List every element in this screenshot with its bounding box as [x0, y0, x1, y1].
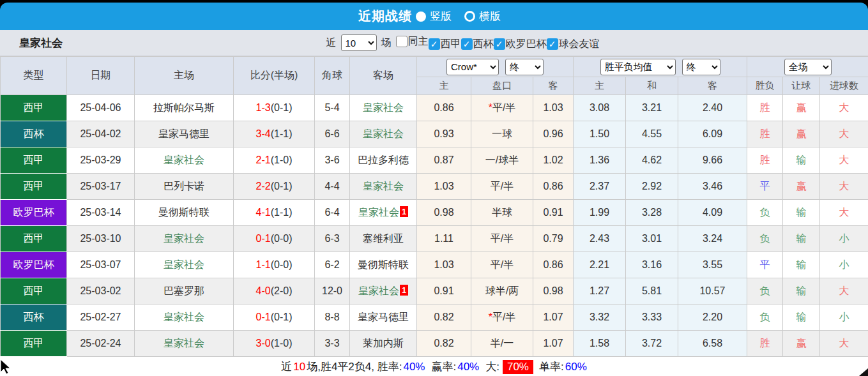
sub-header-handicap-home: 主: [417, 77, 471, 95]
handicap-company-select[interactable]: Crow*: [446, 59, 499, 75]
page-title: 近期战绩: [358, 8, 412, 25]
score-cell: 0-1(0-0): [234, 226, 315, 252]
handicap-result: 赢: [783, 174, 820, 200]
match-date: 25-03-10: [67, 226, 135, 252]
avg-draw-odds: 4.62: [626, 147, 678, 174]
goals-result: 小: [820, 305, 868, 331]
single-rate: 60%: [565, 361, 587, 373]
handicap-result: 输: [783, 278, 820, 305]
col-header-away: 客场: [350, 57, 417, 95]
sub-header-avg-home: 主: [574, 77, 626, 95]
avg-home-odds: 2.37: [574, 174, 626, 200]
competition-type-badge: 西甲: [1, 95, 67, 121]
table-row: 西甲 25-03-02 巴塞罗那 4-0(2-0) 12-0 皇家社会1 0.9…: [1, 278, 868, 305]
handicap-result: 赢: [783, 95, 820, 121]
radio-icon[interactable]: [416, 11, 426, 22]
col-header-date: 日期: [67, 57, 135, 95]
filter-checkbox-item[interactable]: ✓西杯: [461, 38, 494, 51]
avg-draw-odds: 3.16: [626, 252, 678, 278]
checked-checkbox-icon[interactable]: ✓: [429, 38, 440, 50]
handicap-result: 输: [783, 252, 820, 278]
avg-home-odds: 1.27: [574, 278, 626, 305]
goals-result: 大: [820, 278, 868, 305]
red-card-badge: 1: [400, 206, 408, 217]
avg-away-odds: 3.24: [678, 226, 747, 252]
filter-checkbox-label: 西杯: [473, 38, 494, 51]
filter-checkbox-item[interactable]: ✓西甲: [429, 38, 461, 51]
handicap-away-odds: 1.07: [533, 305, 574, 331]
avg-home-odds: 1.99: [574, 200, 626, 226]
sub-header-avg-away: 客: [678, 77, 747, 95]
handicap-time-select[interactable]: 终: [505, 59, 544, 75]
avg-draw-odds: 4.55: [626, 121, 678, 147]
home-team: 巴列卡诺: [135, 174, 234, 200]
handicap-line: 半球: [471, 200, 533, 226]
checked-checkbox-icon[interactable]: ✓: [547, 38, 558, 50]
summary-text: 场,胜4平2负4, 胜率:: [307, 359, 402, 374]
avg-away-odds: 3.46: [678, 174, 747, 200]
competition-type-badge: 欧罗巴杯: [1, 200, 67, 226]
avg-draw-odds: 5.81: [626, 278, 678, 305]
handicap-home-odds: 0.93: [417, 121, 471, 147]
goals-result: 小: [820, 252, 868, 278]
avg-away-odds: 3.55: [678, 252, 747, 278]
summary-footer: 近10场,胜4平2负4, 胜率:40% 赢率:40% 大:70% 单率:60%: [0, 357, 868, 376]
win-lose-result: 负: [747, 200, 783, 226]
layout-option-vertical[interactable]: 竖版: [416, 9, 452, 24]
avg-time-select[interactable]: 终: [682, 59, 720, 75]
goals-result: 大: [820, 174, 868, 200]
goals-result: 大: [820, 121, 868, 147]
unchecked-checkbox-icon[interactable]: [396, 36, 407, 47]
goals-result: 大: [820, 147, 868, 174]
score-cell: 4-0(2-0): [234, 278, 315, 305]
corners-cell: 3-6: [315, 147, 350, 174]
win-rate: 40%: [403, 361, 425, 373]
handicap-away-odds: 1.07: [533, 331, 574, 357]
avg-draw-odds: 3.28: [626, 200, 678, 226]
checked-checkbox-icon[interactable]: ✓: [461, 38, 473, 50]
filter-checkbox-item[interactable]: ✓球会友谊: [547, 38, 600, 51]
result-group-header: 全场: [747, 57, 868, 77]
col-header-type: 类型: [1, 57, 67, 95]
avg-odds-select[interactable]: 胜平负均值: [600, 59, 676, 75]
away-team: 皇家马德里: [350, 305, 417, 331]
handicap-home-odds: 0.98: [417, 200, 471, 226]
competition-type-badge: 西甲: [1, 331, 67, 357]
layout-option-horizontal[interactable]: 横版: [464, 9, 501, 24]
score-cell: 1-3(0-1): [234, 95, 315, 121]
result-scope-select[interactable]: 全场: [784, 59, 832, 75]
corners-cell: 6-2: [315, 252, 350, 278]
match-date: 25-02-27: [67, 305, 135, 331]
handicap-away-odds: 0.98: [533, 278, 574, 305]
radio-icon[interactable]: [464, 11, 475, 22]
corners-cell: 6-4: [315, 200, 350, 226]
corners-cell: 6-6: [315, 121, 350, 147]
home-team: 皇家社会: [135, 147, 234, 174]
recent-count-select[interactable]: 10: [341, 34, 377, 51]
handicap-away-odds: 1.03: [533, 95, 574, 121]
competition-type-badge: 西甲: [1, 174, 67, 200]
win-lose-result: 胜: [747, 147, 783, 174]
filter-bar: 皇家社会 近 10 场 同主✓西甲✓西杯✓欧罗巴杯✓球会友谊: [0, 30, 868, 56]
home-team: 皇家社会: [135, 252, 234, 278]
filter-checkbox-item[interactable]: 同主: [396, 35, 429, 49]
filter-checkbox-item[interactable]: ✓欧罗巴杯: [494, 38, 547, 51]
home-team: 皇家社会: [135, 331, 234, 357]
avg-away-odds: 6.58: [678, 331, 747, 357]
table-row: 西甲 25-03-29 皇家社会 2-1(1-0) 3-6 巴拉多利德 0.87…: [1, 147, 868, 174]
checked-checkbox-icon[interactable]: ✓: [494, 38, 505, 50]
handicap-home-odds: 1.03: [417, 174, 471, 200]
away-team: 巴拉多利德: [350, 147, 417, 174]
avg-odds-group-header: 胜平负均值 终: [574, 57, 747, 77]
handicap-line: 半/一: [471, 331, 533, 357]
handicap-home-odds: 0.87: [417, 147, 471, 174]
over-rate-badge: 70%: [503, 360, 533, 374]
recent-results-table: 类型 日期 主场 比分(半场) 角球 客场 Crow* 终 胜: [0, 56, 868, 357]
recent-count: 10: [293, 361, 305, 373]
avg-away-odds: 10.57: [678, 278, 747, 305]
summary-text: 赢率:: [431, 359, 456, 374]
match-date: 25-03-29: [67, 147, 135, 174]
goals-result: 大: [820, 95, 868, 121]
avg-away-odds: 4.09: [678, 200, 747, 226]
corners-cell: 5-4: [315, 95, 350, 121]
